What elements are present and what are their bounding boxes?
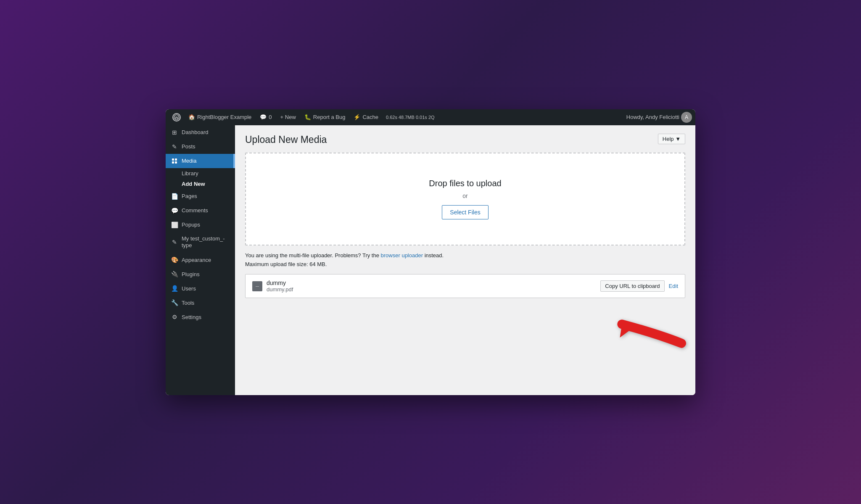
help-button[interactable]: Help ▼ xyxy=(658,134,685,144)
file-row-left: — dummy dummy.pdf xyxy=(252,280,293,293)
sidebar-item-dashboard[interactable]: ⊞ Dashboard xyxy=(166,125,235,140)
site-name-label: RightBlogger Example xyxy=(197,114,251,120)
report-bug-link[interactable]: 🐛 Report a Bug xyxy=(300,109,350,125)
users-icon: 👤 xyxy=(171,285,178,292)
svg-rect-4 xyxy=(172,161,174,164)
sidebar-subitem-add-new[interactable]: Add New xyxy=(166,179,235,189)
cache-label: Cache xyxy=(362,114,378,120)
browser-window: W 🏠 RightBlogger Example 💬 0 + New 🐛 Rep… xyxy=(166,109,695,395)
plugins-icon: 🔌 xyxy=(171,270,178,278)
new-link[interactable]: + New xyxy=(276,109,300,125)
sidebar-item-plugins[interactable]: 🔌 Plugins xyxy=(166,267,235,281)
upload-drop-area[interactable]: Drop files to upload or Select Files xyxy=(245,153,685,245)
edit-link[interactable]: Edit xyxy=(669,283,678,289)
sidebar-item-media[interactable]: Media xyxy=(166,154,235,168)
upload-or-text: or xyxy=(254,193,676,199)
svg-text:W: W xyxy=(175,116,179,120)
main-layout: ⊞ Dashboard ✎ Posts xyxy=(166,125,695,395)
sidebar-label-posts: Posts xyxy=(182,143,195,150)
bug-label: Report a Bug xyxy=(313,114,346,120)
sidebar-item-tools[interactable]: 🔧 Tools xyxy=(166,296,235,310)
sidebar-label-appearance: Appearance xyxy=(182,257,211,263)
svg-rect-5 xyxy=(175,161,177,164)
uploader-notice: You are using the multi-file uploader. P… xyxy=(245,252,685,259)
sidebar-item-custom-type[interactable]: ✎ My test_custom_-type xyxy=(166,232,235,253)
dashboard-icon: ⊞ xyxy=(171,129,178,136)
comments-sidebar-icon: 💬 xyxy=(171,207,178,214)
sidebar-subitem-library[interactable]: Library xyxy=(166,168,235,179)
posts-icon: ✎ xyxy=(171,143,178,150)
pages-icon: 📄 xyxy=(171,193,178,200)
wp-logo[interactable]: W xyxy=(169,109,184,125)
comments-icon: 💬 xyxy=(260,114,267,120)
sidebar-label-dashboard: Dashboard xyxy=(182,129,209,135)
sidebar-item-appearance[interactable]: 🎨 Appearance xyxy=(166,253,235,267)
sidebar-item-popups[interactable]: ⬜ Popups xyxy=(166,218,235,232)
site-name-link[interactable]: 🏠 RightBlogger Example xyxy=(184,109,256,125)
sidebar-label-popups: Popups xyxy=(182,222,200,228)
sidebar-item-users[interactable]: 👤 Users xyxy=(166,281,235,296)
svg-rect-2 xyxy=(172,158,174,161)
svg-rect-3 xyxy=(175,158,177,161)
sidebar-item-posts[interactable]: ✎ Posts xyxy=(166,140,235,154)
bug-icon: 🐛 xyxy=(304,114,311,120)
sidebar-label-settings: Settings xyxy=(182,314,201,320)
page-title: Upload New Media xyxy=(245,134,327,146)
content-area: Upload New Media Help ▼ Drop files to up… xyxy=(235,125,695,395)
sidebar-label-users: Users xyxy=(182,285,196,292)
sidebar-label-pages: Pages xyxy=(182,193,197,199)
new-label: + New xyxy=(280,114,296,120)
copy-url-button[interactable]: Copy URL to clipboard xyxy=(600,280,664,292)
comments-count: 0 xyxy=(269,114,272,120)
sidebar-label-custom-type: My test_custom_-type xyxy=(182,235,230,250)
performance-stats: 0.62s 48.7MB 0.01s 2Q xyxy=(383,115,438,120)
file-filename: dummy.pdf xyxy=(267,286,293,293)
sidebar-label-media: Media xyxy=(182,158,196,164)
max-upload-text: Maximum upload file size: 64 MB. xyxy=(245,261,685,267)
cache-link[interactable]: ⚡ Cache xyxy=(349,109,383,125)
admin-bar: W 🏠 RightBlogger Example 💬 0 + New 🐛 Rep… xyxy=(166,109,695,125)
wp-logo-icon: W xyxy=(172,113,181,121)
cache-icon: ⚡ xyxy=(354,114,360,120)
comments-link[interactable]: 💬 0 xyxy=(256,109,276,125)
settings-icon: ⚙ xyxy=(171,313,178,321)
file-display-name: dummy xyxy=(267,280,293,286)
content-header: Upload New Media Help ▼ xyxy=(245,134,685,146)
admin-bar-right: Howdy, Andy Feliciotti A xyxy=(626,112,692,123)
sidebar-item-pages[interactable]: 📄 Pages xyxy=(166,189,235,203)
sidebar: ⊞ Dashboard ✎ Posts xyxy=(166,125,235,395)
browser-uploader-link[interactable]: browser uploader xyxy=(381,252,425,259)
file-type-indicator: — xyxy=(252,281,262,291)
media-icon xyxy=(171,157,178,165)
select-files-button[interactable]: Select Files xyxy=(442,205,488,219)
tools-icon: 🔧 xyxy=(171,299,178,306)
sidebar-item-comments[interactable]: 💬 Comments xyxy=(166,203,235,218)
file-info: dummy dummy.pdf xyxy=(267,280,293,293)
uploaded-file-row: — dummy dummy.pdf Copy URL to clipboard … xyxy=(245,274,685,298)
greeting-text: Howdy, Andy Feliciotti xyxy=(626,114,679,120)
sidebar-label-comments: Comments xyxy=(182,207,208,214)
custom-type-icon: ✎ xyxy=(171,238,178,246)
drop-files-text: Drop files to upload xyxy=(254,179,676,188)
appearance-icon: 🎨 xyxy=(171,256,178,264)
sidebar-item-settings[interactable]: ⚙ Settings xyxy=(166,310,235,324)
file-actions: Copy URL to clipboard Edit xyxy=(600,280,678,292)
sidebar-label-plugins: Plugins xyxy=(182,271,200,277)
sidebar-label-tools: Tools xyxy=(182,300,194,306)
avatar[interactable]: A xyxy=(681,112,692,123)
house-icon: 🏠 xyxy=(188,114,195,120)
popups-icon: ⬜ xyxy=(171,221,178,229)
